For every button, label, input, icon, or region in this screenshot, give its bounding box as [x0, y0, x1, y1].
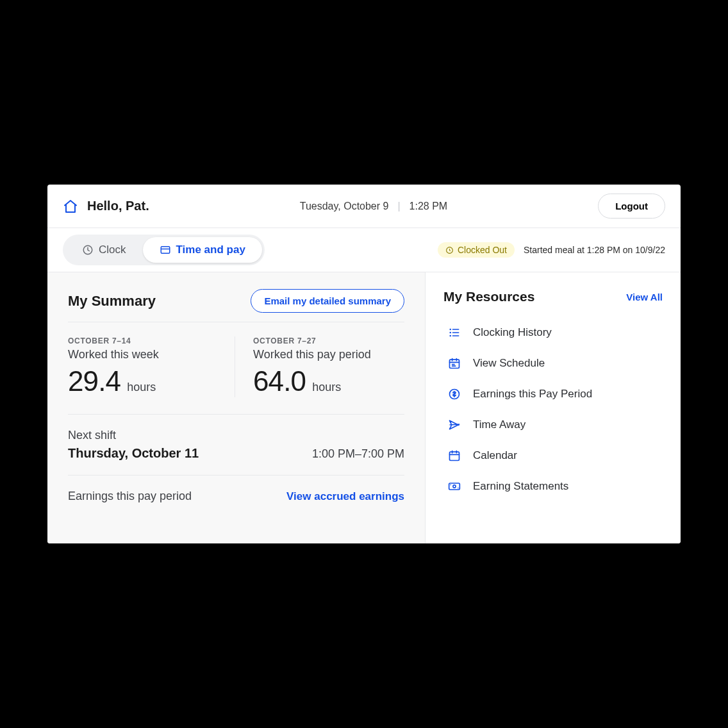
view-accrued-earnings-link[interactable]: View accrued earnings — [286, 490, 404, 503]
period-hours-value: 64.0 — [253, 365, 306, 397]
pay-icon — [160, 244, 171, 256]
week-range: OCTOBER 7–14 — [68, 336, 219, 345]
clock-status-detail: Started meal at 1:28 PM on 10/9/22 — [524, 245, 665, 255]
week-hours-unit: hours — [127, 381, 156, 394]
divider — [68, 322, 404, 322]
current-date: Tuesday, October 9 — [300, 201, 389, 212]
resource-calendar[interactable]: Calendar — [443, 442, 663, 470]
period-label: Worked this pay period — [253, 348, 404, 361]
resource-clocking-history[interactable]: Clocking History — [443, 318, 663, 347]
tab-clock[interactable]: Clock — [65, 237, 143, 263]
period-hours-unit: hours — [312, 381, 341, 394]
svg-rect-9 — [449, 483, 460, 490]
svg-point-5 — [450, 335, 452, 337]
view-all-resources-link[interactable]: View All — [626, 292, 663, 302]
my-summary-panel: My Summary Email my detailed summary OCT… — [47, 272, 426, 543]
clock-status-pill: Clocked Out — [438, 242, 515, 258]
plane-icon — [447, 418, 461, 431]
next-shift-date: Thursday, October 11 — [68, 446, 199, 461]
top-bar: Hello, Pat. Tuesday, October 9 | 1:28 PM… — [47, 185, 681, 228]
content-area: My Summary Email my detailed summary OCT… — [47, 272, 681, 543]
resource-label: Clocking History — [473, 326, 552, 339]
banknote-icon — [447, 480, 461, 493]
worked-this-period: OCTOBER 7–27 Worked this pay period 64.0… — [235, 336, 404, 397]
calendar-schedule-icon — [447, 357, 461, 370]
date-time: Tuesday, October 9 | 1:28 PM — [149, 201, 598, 212]
svg-point-3 — [450, 329, 452, 331]
resources-list: Clocking History View Schedule Earnings … — [443, 318, 663, 500]
worked-this-week: OCTOBER 7–14 Worked this week 29.4 hours — [68, 336, 235, 397]
list-icon — [447, 326, 461, 339]
greeting-text: Hello, Pat. — [87, 199, 149, 213]
next-shift-time: 1:00 PM–7:00 PM — [312, 447, 404, 461]
date-time-separator: | — [397, 201, 400, 212]
tab-group: Clock Time and pay — [63, 235, 265, 265]
tab-strip: Clock Time and pay Clocked Out Started m… — [47, 228, 681, 272]
resource-earning-statements[interactable]: Earning Statements — [443, 472, 663, 500]
tab-clock-label: Clock — [99, 244, 126, 256]
logout-button[interactable]: Logout — [598, 194, 665, 219]
current-time: 1:28 PM — [410, 201, 448, 212]
my-resources-title: My Resources — [443, 289, 534, 304]
next-shift-label: Next shift — [68, 429, 404, 442]
clock-icon — [82, 244, 94, 256]
email-summary-button[interactable]: Email my detailed summary — [251, 289, 404, 313]
resource-time-away[interactable]: Time Away — [443, 411, 663, 439]
calendar-icon — [447, 449, 461, 462]
period-range: OCTOBER 7–27 — [253, 336, 404, 345]
resource-label: Calendar — [473, 449, 517, 462]
resource-label: Earnings this Pay Period — [473, 388, 592, 401]
clock-status-text: Clocked Out — [458, 245, 507, 255]
svg-point-10 — [453, 485, 456, 488]
home-icon[interactable] — [63, 199, 78, 214]
resource-view-schedule[interactable]: View Schedule — [443, 349, 663, 377]
week-label: Worked this week — [68, 348, 219, 361]
next-shift-section: Next shift Thursday, October 11 1:00 PM–… — [68, 415, 404, 476]
status-area: Clocked Out Started meal at 1:28 PM on 1… — [438, 242, 665, 258]
dollar-circle-icon — [447, 388, 461, 401]
resource-label: View Schedule — [473, 357, 545, 370]
svg-rect-8 — [450, 452, 459, 460]
resource-label: Earning Statements — [473, 480, 568, 493]
resource-label: Time Away — [473, 418, 525, 431]
tab-time-and-pay[interactable]: Time and pay — [143, 237, 262, 263]
earnings-section: Earnings this pay period View accrued ea… — [68, 476, 404, 503]
earnings-label: Earnings this pay period — [68, 490, 192, 503]
app-window: Hello, Pat. Tuesday, October 9 | 1:28 PM… — [47, 185, 681, 543]
week-hours-value: 29.4 — [68, 365, 120, 397]
svg-rect-1 — [161, 247, 170, 254]
my-resources-panel: My Resources View All Clocking History V… — [426, 272, 681, 543]
tab-time-and-pay-label: Time and pay — [176, 244, 245, 256]
svg-point-4 — [450, 332, 452, 334]
worked-stats: OCTOBER 7–14 Worked this week 29.4 hours… — [68, 336, 404, 415]
my-summary-title: My Summary — [68, 293, 156, 310]
resource-earnings-this-period[interactable]: Earnings this Pay Period — [443, 380, 663, 408]
